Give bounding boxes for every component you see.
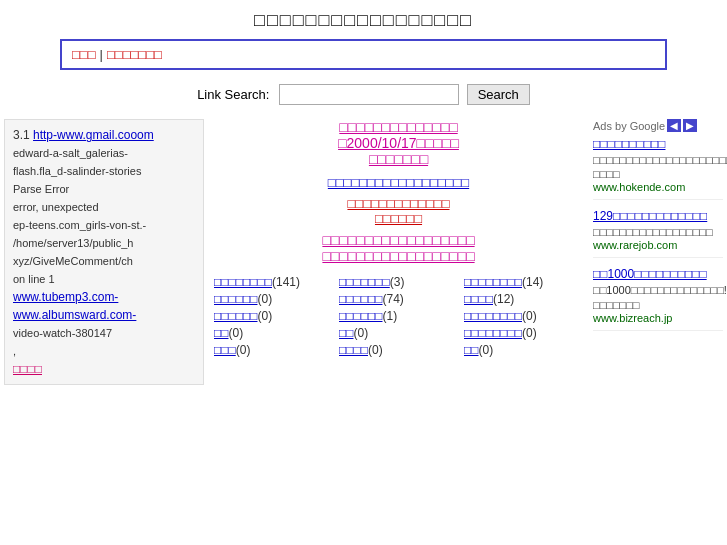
center-main-links: □□□□□□□□□□□□□□ □2000/10/17□□□□□ □□□□□□□	[214, 119, 583, 167]
left-panel: 3.1 http-www.gmail.cooom edward-a-salt_g…	[4, 119, 204, 385]
section-num: 3.1	[13, 128, 30, 142]
cat-item: □□□□□□(0)	[214, 308, 333, 323]
ad-desc-1: □□□□□□□□□□□□□□□□□□	[593, 225, 723, 239]
ad-url-2: www.bizreach.jp	[593, 312, 723, 324]
video-watch: video-watch-380147	[13, 327, 112, 339]
left-link-1[interactable]: http-www.gmail.cooom	[33, 128, 154, 142]
cat-item: □□□□□□(1)	[339, 308, 458, 323]
page-title: □□□□□□□□□□□□□□□□□	[0, 0, 727, 39]
cat-count-2: (14)	[522, 275, 543, 289]
ad-block-1: 129□□□□□□□□□□□□□ □□□□□□□□□□□□□□□□□□ www.…	[593, 208, 723, 258]
on-line: on line 1	[13, 273, 55, 285]
cat-count-6: (0)	[258, 309, 273, 323]
center-main-link-2[interactable]: □2000/10/17□□□□□	[214, 135, 583, 151]
cat-link-4[interactable]: □□□□□□	[339, 292, 383, 306]
cat-link-6[interactable]: □□□□□□	[214, 309, 258, 323]
cat-link-2[interactable]: □□□□□□□□	[464, 275, 522, 289]
cat-count-8: (0)	[522, 309, 537, 323]
cat-item: □□□□□□□□(141)	[214, 274, 333, 289]
ads-label: Ads by Google	[593, 120, 665, 132]
cat-link-12[interactable]: □□□	[214, 343, 236, 357]
center-main-link-1[interactable]: □□□□□□□□□□□□□□	[214, 119, 583, 135]
cat-item: □□(0)	[464, 342, 583, 357]
left-link-albumsward[interactable]: www.albumsward.com-	[13, 308, 136, 322]
cat-item: □□□□(0)	[339, 342, 458, 357]
main-layout: 3.1 http-www.gmail.cooom edward-a-salt_g…	[4, 119, 723, 385]
left-bottom-link[interactable]: □□□□	[13, 362, 42, 376]
ads-container: □□□□□□□□□□ □□□□□□□□□□□□□□□□□□□□□□□□□□-□□…	[593, 136, 723, 331]
cat-item: □□□□□□□□(0)	[464, 325, 583, 340]
left-link-tubemp3[interactable]: www.tubemp3.com-	[13, 290, 118, 304]
cat-link-11[interactable]: □□□□□□□□	[464, 326, 522, 340]
cat-count-1: (3)	[390, 275, 405, 289]
ad-desc-2: □□1000□□□□□□□□□□□□□□!□□□□□□□	[593, 283, 723, 312]
ep-teens: ep-teens.com_girls-von-st.-	[13, 219, 146, 231]
center-section-link-2b[interactable]: □□□□□□□□□□□□□□□□□□	[214, 248, 583, 264]
cat-count-0: (141)	[272, 275, 300, 289]
cat-count-9: (0)	[229, 326, 244, 340]
link-search-bar: Link Search: Search	[0, 80, 727, 109]
cat-count-14: (0)	[479, 343, 494, 357]
error-unexpected: error, unexpected	[13, 201, 99, 213]
cat-item: □□□□□□(74)	[339, 291, 458, 306]
xyz-give: xyz/GiveMeComment/ch	[13, 255, 133, 267]
nav-bar: □□□ | □□□□□□□	[60, 39, 667, 70]
center-panel: □□□□□□□□□□□□□□ □2000/10/17□□□□□ □□□□□□□ …	[204, 119, 593, 385]
cat-count-13: (0)	[368, 343, 383, 357]
ad-desc-0: □□□□□□□□□□□□□□□□□□□□□□□□□□-□□□□	[593, 153, 723, 182]
cat-item: □□□□□□(0)	[214, 291, 333, 306]
ad-title-1[interactable]: 129□□□□□□□□□□□□□	[593, 208, 723, 225]
cat-link-10[interactable]: □□	[339, 326, 354, 340]
cat-link-8[interactable]: □□□□□□□□	[464, 309, 522, 323]
cat-count-11: (0)	[522, 326, 537, 340]
nav-sep: |	[100, 47, 103, 62]
cat-count-12: (0)	[236, 343, 251, 357]
ad-url-1: www.rarejob.com	[593, 239, 723, 251]
home-server: /home/server13/public_h	[13, 237, 133, 249]
cat-link-5[interactable]: □□□□	[464, 292, 493, 306]
ad-title-0[interactable]: □□□□□□□□□□	[593, 136, 723, 153]
cat-link-0[interactable]: □□□□□□□□	[214, 275, 272, 289]
right-panel: Ads by Google ◀ ▶ □□□□□□□□□□ □□□□□□□□□□□…	[593, 119, 723, 385]
ad-url-0: www.hokende.com	[593, 181, 723, 193]
parse-error: Parse Error	[13, 183, 69, 195]
cat-item: □□□□□□□□(14)	[464, 274, 583, 289]
cat-item: □□□(0)	[214, 342, 333, 357]
search-button[interactable]: Search	[467, 84, 530, 105]
cat-count-3: (0)	[258, 292, 273, 306]
link-search-label: Link Search:	[197, 87, 269, 102]
cat-link-1[interactable]: □□□□□□□	[339, 275, 390, 289]
nav-link-1[interactable]: □□□	[72, 47, 96, 62]
cat-item: □□□□□□□□(0)	[464, 308, 583, 323]
cat-link-13[interactable]: □□□□	[339, 343, 368, 357]
center-sub-link-1[interactable]: □□□□□□□□□□□□□□□□□□	[214, 175, 583, 190]
ads-next-btn[interactable]: ▶	[683, 119, 697, 132]
center-section-link-1b[interactable]: □□□□□□	[375, 211, 422, 226]
left-text-2: edward-a-salt_galerias-flash.fla_d-salin…	[13, 147, 141, 177]
center-section-link-1a[interactable]: □□□□□□□□□□□□□	[347, 196, 449, 211]
center-section-link-2a[interactable]: □□□□□□□□□□□□□□□□□□	[214, 232, 583, 248]
cat-link-14[interactable]: □□	[464, 343, 479, 357]
nav-link-2[interactable]: □□□□□□□	[107, 47, 162, 62]
ads-prev-btn[interactable]: ◀	[667, 119, 681, 132]
cat-count-7: (1)	[383, 309, 398, 323]
cat-count-10: (0)	[354, 326, 369, 340]
search-input[interactable]	[279, 84, 459, 105]
ad-block-0: □□□□□□□□□□ □□□□□□□□□□□□□□□□□□□□□□□□□□-□□…	[593, 136, 723, 200]
comma: ,	[13, 345, 16, 357]
cat-item: □□□□□□□(3)	[339, 274, 458, 289]
cat-item: □□(0)	[214, 325, 333, 340]
cat-link-9[interactable]: □□	[214, 326, 229, 340]
cat-item: □□(0)	[339, 325, 458, 340]
center-main-link-3[interactable]: □□□□□□□	[214, 151, 583, 167]
ad-block-2: □□1000□□□□□□□□□□ □□1000□□□□□□□□□□□□□□!□□…	[593, 266, 723, 330]
cat-link-7[interactable]: □□□□□□	[339, 309, 383, 323]
cat-count-4: (74)	[383, 292, 404, 306]
ad-title-2[interactable]: □□1000□□□□□□□□□□	[593, 266, 723, 283]
ads-header: Ads by Google ◀ ▶	[593, 119, 723, 132]
cat-count-5: (12)	[493, 292, 514, 306]
cat-item: □□□□(12)	[464, 291, 583, 306]
cat-link-3[interactable]: □□□□□□	[214, 292, 258, 306]
category-grid: □□□□□□□□(141)□□□□□□□(3)□□□□□□□□(14)□□□□□…	[214, 274, 583, 357]
